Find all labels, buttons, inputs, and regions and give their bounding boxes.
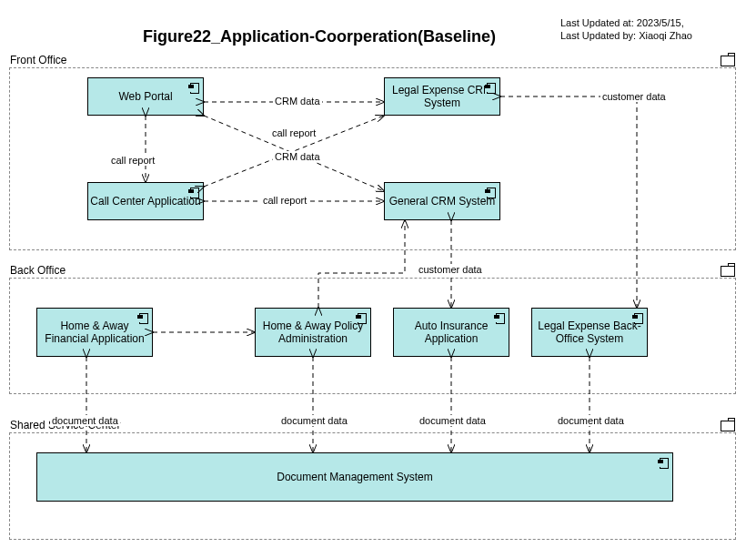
component-icon bbox=[356, 312, 367, 323]
diagram-title: Figure22_Application-Coorperation(Baseli… bbox=[143, 27, 496, 46]
app-general-crm: General CRM System bbox=[384, 182, 500, 220]
edge-label: document data bbox=[418, 415, 488, 426]
meta-block: Last Updated at: 2023/5/15, Last Updated… bbox=[560, 16, 692, 43]
app-legal-crm: Legal Expense CRM System bbox=[384, 77, 500, 116]
app-web-portal: Web Portal bbox=[87, 77, 204, 116]
diagram-canvas: Figure22_Application-Coorperation(Baseli… bbox=[0, 0, 756, 558]
component-icon bbox=[632, 312, 643, 323]
app-label: Web Portal bbox=[118, 90, 172, 103]
edge-label: call report bbox=[270, 127, 318, 138]
folder-icon bbox=[721, 266, 735, 277]
app-label: Home & Away Financial Application bbox=[39, 320, 150, 346]
edge-label: document data bbox=[556, 415, 626, 426]
edge-label: customer data bbox=[417, 264, 484, 275]
component-icon bbox=[485, 82, 496, 93]
app-label: Home & Away Policy Administration bbox=[257, 320, 368, 346]
group-label: Front Office bbox=[10, 54, 66, 66]
updated-by: Last Updated by: Xiaoqi Zhao bbox=[560, 29, 692, 42]
component-icon bbox=[188, 82, 199, 93]
component-icon bbox=[188, 187, 199, 198]
edge-label: document data bbox=[50, 415, 120, 426]
edge-label: document data bbox=[279, 415, 349, 426]
app-label: Legal Expense Back-Office System bbox=[534, 320, 645, 346]
app-auto-insurance: Auto Insurance Application bbox=[393, 308, 509, 357]
component-icon bbox=[485, 187, 496, 198]
edge-label: customer data bbox=[600, 91, 668, 102]
app-call-center: Call Center Application bbox=[87, 182, 204, 220]
folder-icon bbox=[721, 56, 735, 66]
app-ha-financial: Home & Away Financial Application bbox=[36, 308, 153, 357]
app-label: Call Center Application bbox=[90, 195, 200, 208]
component-icon bbox=[137, 312, 148, 323]
app-dms: Document Management System bbox=[36, 452, 673, 502]
component-icon bbox=[658, 457, 669, 468]
edge-label: call report bbox=[261, 195, 308, 206]
group-label: Back Office bbox=[10, 264, 66, 277]
folder-icon bbox=[721, 421, 735, 431]
app-label: Document Management System bbox=[277, 471, 432, 483]
app-label: Auto Insurance Application bbox=[396, 320, 507, 346]
edge-label: CRM data bbox=[273, 151, 322, 162]
updated-at: Last Updated at: 2023/5/15, bbox=[560, 16, 692, 29]
app-label: General CRM System bbox=[389, 195, 496, 208]
app-legal-backoffice: Legal Expense Back-Office System bbox=[531, 308, 648, 357]
app-label: Legal Expense CRM System bbox=[387, 84, 498, 110]
app-ha-policy: Home & Away Policy Administration bbox=[255, 308, 371, 357]
edge-label: call report bbox=[109, 155, 156, 166]
component-icon bbox=[494, 312, 505, 323]
edge-label: CRM data bbox=[273, 96, 322, 107]
